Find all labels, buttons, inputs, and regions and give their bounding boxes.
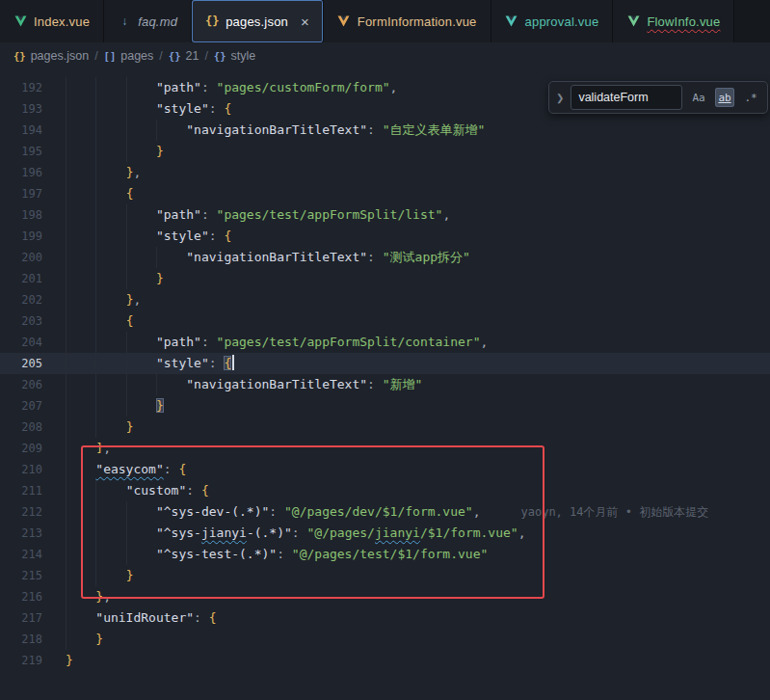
match-case-button[interactable]: Aa (689, 88, 708, 107)
line-number: 218 (0, 629, 66, 650)
tab-approval.vue[interactable]: approval.vue (491, 0, 614, 42)
symbol-icon: {} (13, 50, 26, 62)
line-number: 214 (0, 544, 66, 565)
tab-close-icon[interactable]: × (301, 14, 309, 29)
code-text: } (66, 650, 770, 671)
code-text: "path": "pages/test/appFormSplit/contain… (66, 332, 770, 353)
line-number: 204 (0, 332, 66, 353)
code-line-196[interactable]: 196 }, (0, 162, 770, 183)
line-number: 201 (0, 268, 66, 289)
symbol-icon: {} (169, 50, 181, 62)
code-line-209[interactable]: 209 ], (0, 438, 770, 459)
code-line-201[interactable]: 201 } (0, 268, 770, 289)
breadcrumb-item-pages.json[interactable]: {}pages.json (13, 49, 89, 63)
line-number: 217 (0, 607, 66, 629)
code-line-204[interactable]: 204 "path": "pages/test/appFormSplit/con… (0, 332, 770, 353)
line-number: 211 (0, 480, 66, 501)
tab-pages.json[interactable]: {}pages.json× (192, 0, 324, 42)
code-line-212[interactable]: 212 "^sys-dev-(.*)": "@/pages/dev/$1/for… (0, 501, 770, 523)
line-number: 193 (0, 98, 66, 120)
code-line-200[interactable]: 200 "navigationBarTitleText": "测试app拆分" (0, 247, 770, 268)
code-text: "style": { (66, 226, 770, 247)
code-line-207[interactable]: 207 } (0, 395, 770, 417)
code-text: { (66, 183, 770, 204)
code-line-206[interactable]: 206 "navigationBarTitleText": "新增" (0, 374, 770, 395)
json-icon: {} (205, 14, 219, 28)
breadcrumb-item-pages[interactable]: []pages (104, 49, 154, 63)
line-number: 216 (0, 586, 66, 607)
code-line-203[interactable]: 203 { (0, 310, 770, 332)
code-line-210[interactable]: 210 "easycom": { (0, 459, 770, 480)
code-line-211[interactable]: 211 "custom": { (0, 480, 770, 501)
code-lines: 192 "path": "pages/customForm/form",193 … (0, 69, 770, 671)
vue-icon (626, 15, 640, 27)
code-text: "^sys-test-(.*)": "@/pages/test/$1/form.… (66, 544, 770, 565)
breadcrumb-item-style[interactable]: {}style (214, 49, 255, 63)
code-line-205[interactable]: 205 "style": { (0, 353, 770, 374)
expand-replace-chevron-icon[interactable]: ❯ (556, 93, 564, 103)
line-number: 202 (0, 289, 66, 310)
code-line-195[interactable]: 195 } (0, 141, 770, 162)
code-text: "navigationBarTitleText": "自定义表单新增" (66, 120, 770, 141)
line-number: 210 (0, 459, 66, 480)
code-line-217[interactable]: 217 "uniIdRouter": { (0, 607, 770, 629)
code-text: { (66, 310, 770, 332)
breadcrumb-item-21[interactable]: {}21 (169, 49, 199, 63)
vue-icon (337, 15, 351, 27)
code-text: "navigationBarTitleText": "新增" (66, 374, 770, 395)
code-line-219[interactable]: 219} (0, 650, 770, 671)
tab-bar: Index.vue↓faq.md{}pages.json×FormInforma… (0, 0, 770, 42)
line-number: 206 (0, 374, 66, 395)
code-text: } (66, 395, 770, 417)
vue-icon (505, 15, 518, 27)
line-number: 196 (0, 162, 66, 183)
line-number: 192 (0, 77, 66, 98)
tab-label: approval.vue (525, 14, 599, 29)
code-text: }, (66, 289, 770, 310)
tab-faq.md[interactable]: ↓faq.md (104, 0, 192, 42)
code-text: "navigationBarTitleText": "测试app拆分" (66, 247, 770, 268)
code-line-214[interactable]: 214 "^sys-test-(.*)": "@/pages/test/$1/f… (0, 544, 770, 565)
line-number: 213 (0, 523, 66, 544)
tab-FormInformation.vue[interactable]: FormInformation.vue (324, 0, 491, 42)
code-text: "uniIdRouter": { (66, 607, 770, 629)
line-number: 199 (0, 226, 66, 247)
code-editor-window: Index.vue↓faq.md{}pages.json×FormInforma… (0, 0, 770, 700)
code-line-199[interactable]: 199 "style": { (0, 226, 770, 247)
find-widget: ❯ Aa ab .* (548, 81, 768, 114)
markdown-icon: ↓ (118, 14, 131, 28)
code-line-218[interactable]: 218 } (0, 629, 770, 650)
code-text: } (66, 141, 770, 162)
regex-button[interactable]: .* (741, 88, 760, 107)
line-number: 207 (0, 395, 66, 417)
code-text: "^sys-dev-(.*)": "@/pages/dev/$1/form.vu… (66, 501, 770, 523)
line-number: 195 (0, 141, 66, 162)
breadcrumb-label: style (231, 49, 256, 63)
tab-Index.vue[interactable]: Index.vue (0, 0, 104, 42)
tab-label: Index.vue (34, 14, 90, 29)
code-text: } (66, 629, 770, 650)
whole-word-button[interactable]: ab (715, 88, 734, 107)
code-line-213[interactable]: 213 "^sys-jianyi-(.*)": "@/pages/jianyi/… (0, 523, 770, 544)
code-line-202[interactable]: 202 }, (0, 289, 770, 310)
line-number: 208 (0, 417, 66, 438)
code-line-215[interactable]: 215 } (0, 565, 770, 586)
line-number: 212 (0, 501, 66, 523)
code-line-198[interactable]: 198 "path": "pages/test/appFormSplit/lis… (0, 204, 770, 226)
code-text: "easycom": { (66, 459, 770, 480)
code-text: "^sys-jianyi-(.*)": "@/pages/jianyi/$1/f… (66, 523, 770, 544)
code-text: }, (66, 162, 770, 183)
code-text: }, (66, 586, 770, 607)
line-number: 200 (0, 247, 66, 268)
code-line-216[interactable]: 216 }, (0, 586, 770, 607)
line-number: 215 (0, 565, 66, 586)
git-blame-annotation: yaoyn, 14个月前 • 初始版本提交 (481, 505, 709, 519)
text-cursor (232, 355, 234, 370)
find-input[interactable] (571, 85, 682, 110)
code-text: } (66, 565, 770, 586)
editor-pane[interactable]: 192 "path": "pages/customForm/form",193 … (0, 69, 770, 700)
code-line-208[interactable]: 208 } (0, 417, 770, 438)
code-line-194[interactable]: 194 "navigationBarTitleText": "自定义表单新增" (0, 120, 770, 141)
tab-FlowInfo.vue[interactable]: FlowInfo.vue (613, 0, 734, 42)
code-line-197[interactable]: 197 { (0, 183, 770, 204)
